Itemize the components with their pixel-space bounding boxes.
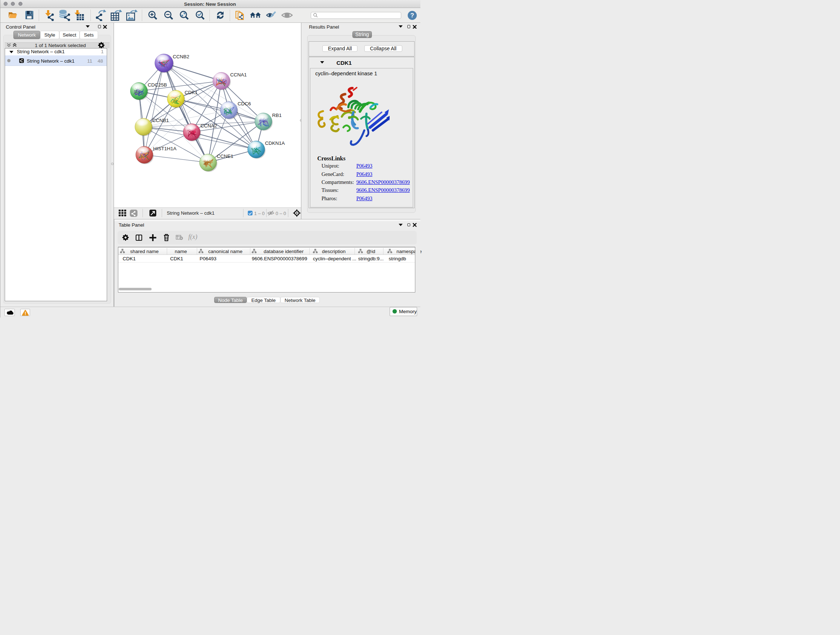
svg-text:CDKN1A: CDKN1A	[265, 141, 285, 146]
svg-text:HIST1H1A: HIST1H1A	[153, 146, 177, 151]
svg-text:CCNB1: CCNB1	[152, 118, 169, 123]
svg-text:CDK1: CDK1	[185, 90, 197, 95]
svg-text:CCNA2: CCNA2	[201, 123, 217, 128]
svg-text:CCNE1: CCNE1	[217, 154, 233, 159]
svg-text:CDC6: CDC6	[238, 101, 251, 106]
svg-text:CCNB2: CCNB2	[173, 54, 189, 59]
svg-text:RB1: RB1	[272, 112, 281, 118]
svg-text:CCNA1: CCNA1	[230, 72, 247, 78]
svg-text:CDC25B: CDC25B	[148, 82, 167, 88]
